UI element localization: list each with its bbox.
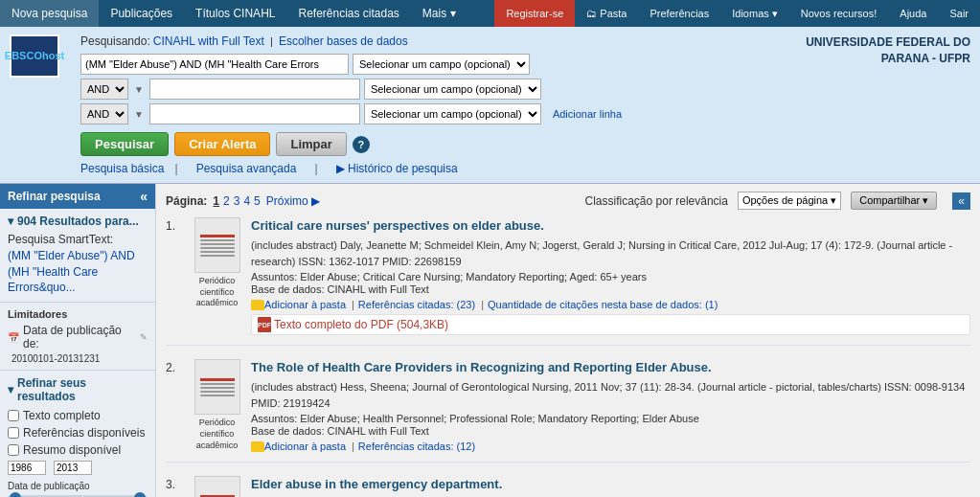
- result-number-2: 2.: [166, 359, 183, 452]
- page-link-5[interactable]: 5: [254, 194, 261, 208]
- sidebar-limitadores-section: Limitadores 📅 Data de publicação de: ✎ 2…: [0, 303, 155, 371]
- sidebar-collapse-btn[interactable]: «: [140, 189, 148, 204]
- db-name-link[interactable]: CINAHL with Full Text: [153, 34, 264, 48]
- texto-completo-checkbox[interactable]: [8, 410, 19, 421]
- refinar-title: ▾ Refinar seus resultados: [8, 376, 148, 403]
- nav-ajuda[interactable]: Ajuda: [888, 0, 938, 27]
- result-meta-2: (includes abstract) Hess, Sheena; Journa…: [251, 379, 970, 411]
- page-link-4[interactable]: 4: [243, 194, 250, 208]
- data-pub-item: 📅 Data de publicação de: ✎: [8, 324, 148, 350]
- results-section-title: ▾ 904 Resultados para...: [8, 215, 148, 228]
- nav-referencias-citadas[interactable]: Referências citadas: [286, 0, 410, 27]
- nav-idiomas[interactable]: Idiomas ▾: [720, 0, 789, 27]
- link-sep-1: |: [174, 162, 177, 175]
- results-header: Página: 1 2 3 4 5 Próximo ▶ Classificaçã…: [166, 192, 970, 210]
- escolher-bases-link[interactable]: Escolher bases de dados: [279, 34, 408, 48]
- share-button[interactable]: Compartilhar ▾: [851, 192, 937, 210]
- qty-link-1[interactable]: Quantidade de citações nesta base de dad…: [488, 299, 718, 310]
- field-select-1[interactable]: Selecionar um campo (opcional): [353, 54, 530, 75]
- next-link[interactable]: Próximo ▶: [266, 194, 320, 208]
- nav-publicacoes[interactable]: Publicações: [99, 0, 184, 27]
- pesquisa-basica-link[interactable]: Pesquisa básica: [80, 162, 164, 175]
- help-icon[interactable]: ?: [353, 136, 370, 153]
- nav-preferencias[interactable]: Preferências: [638, 0, 720, 27]
- result-subjects-2: Assuntos: Elder Abuse; Health Personnel;…: [251, 413, 970, 424]
- result-actions-2: Adicionar à pasta | Referências citadas:…: [251, 441, 970, 452]
- texto-completo-label: Texto completo: [23, 409, 101, 422]
- result-content-2: The Role of Health Care Providers in Rec…: [251, 359, 970, 452]
- referencias-link-2[interactable]: Referências citadas: (12): [358, 441, 475, 452]
- nav-nova-pesquisa[interactable]: Nova pesquisa: [0, 0, 99, 27]
- result-thumb-1: Periódico científico acadêmico: [191, 217, 243, 335]
- sidebar: Refinar pesquisa « ▾ 904 Resultados para…: [0, 184, 156, 497]
- add-pasta-link-2[interactable]: Adicionar à pasta: [264, 441, 346, 452]
- triangle-icon-2: ▾: [8, 383, 13, 396]
- referencias-link-1[interactable]: Referências citadas: (23): [358, 299, 475, 310]
- clear-button[interactable]: Limpar: [276, 132, 346, 156]
- result-number-1: 1.: [166, 217, 183, 335]
- ebsco-logo: EBSCOhost: [10, 34, 59, 78]
- pesquisando-label: Pesquisando: CINAHL with Full Text | Esc…: [80, 34, 408, 48]
- page-link-2[interactable]: 2: [223, 194, 230, 208]
- page-label: Página:: [166, 194, 207, 208]
- result-thumb-3: Periódico científico: [191, 476, 243, 497]
- search-area: EBSCOhost Pesquisando: CINAHL with Full …: [0, 27, 980, 184]
- resumo-checkbox[interactable]: [8, 444, 19, 456]
- resumo-label: Resumo disponível: [23, 443, 121, 457]
- result-title-1[interactable]: Critical care nurses' perspectives on el…: [251, 218, 544, 233]
- search-input-3[interactable]: [149, 103, 360, 124]
- nav-novos-recursos[interactable]: Novos recursos!: [789, 0, 888, 27]
- field-select-3[interactable]: Selecionar um campo (opcional): [364, 103, 541, 124]
- date-range: [8, 461, 148, 475]
- date-from-input[interactable]: [8, 461, 46, 475]
- add-linha-link[interactable]: Adicionar linha: [553, 108, 622, 120]
- sidebar-title: Refinar pesquisa: [8, 190, 101, 203]
- options-button[interactable]: Opções de página ▾: [738, 192, 841, 210]
- nav-titulos-cinahl[interactable]: Títulos CINAHL: [184, 0, 286, 27]
- collapse-right-btn[interactable]: «: [952, 192, 970, 210]
- sidebar-header: Refinar pesquisa «: [0, 184, 155, 209]
- result-subjects-1: Assuntos: Elder Abuse; Critical Care Nur…: [251, 271, 970, 282]
- and-select-3[interactable]: ANDORNOT: [80, 103, 128, 124]
- result-title-3[interactable]: Elder abuse in the emergency department.: [251, 477, 502, 491]
- sidebar-smarttext: Pesquisa SmartText: (MM "Elder Abuse") A…: [8, 232, 148, 296]
- search-row-2: ANDORNOT ▼ Selecionar um campo (opcional…: [80, 79, 796, 100]
- search-button[interactable]: Pesquisar: [80, 132, 169, 156]
- sidebar-results-section: ▾ 904 Resultados para... Pesquisa SmartT…: [0, 209, 155, 303]
- nav-registrar-se[interactable]: Registrar-se: [494, 0, 575, 27]
- nav-sair[interactable]: Sair: [938, 0, 980, 27]
- sort-label: Classificação por relevância: [585, 194, 728, 208]
- thumb-img-2: [194, 359, 240, 415]
- page-link-1[interactable]: 1: [213, 194, 219, 208]
- field-select-2[interactable]: Selecionar um campo (opcional): [364, 79, 541, 100]
- pdf-icon-1: PDF: [258, 317, 271, 332]
- data-pub-icon2[interactable]: ✎: [140, 332, 148, 342]
- historico-link[interactable]: ▶ Histórico de pesquisa: [336, 162, 458, 175]
- slider-handle-right[interactable]: [134, 492, 146, 497]
- and-select-2[interactable]: ANDORNOT: [80, 79, 128, 100]
- slider-handle-left[interactable]: [10, 492, 21, 497]
- date-pub-sub-label: Data de publicação: [8, 481, 148, 491]
- thumb-img-3: [194, 476, 240, 497]
- result-item-3: 3. Periódico científico Elder abuse in t…: [166, 476, 970, 497]
- pdf-link-1[interactable]: PDF Texto completo do PDF (504,3KB): [251, 314, 970, 335]
- result-title-2[interactable]: The Role of Health Care Providers in Rec…: [251, 360, 712, 374]
- search-input-main[interactable]: [80, 54, 349, 75]
- search-header: Pesquisando: CINAHL with Full Text | Esc…: [80, 34, 796, 48]
- nav-pasta[interactable]: 🗂 Pasta: [575, 0, 638, 27]
- results-sort: Classificação por relevância Opções de p…: [585, 192, 970, 210]
- date-to-input[interactable]: [54, 461, 92, 475]
- smarttext-query-link[interactable]: (MM "Elder Abuse") AND (MH "Health Care …: [8, 249, 135, 295]
- link-sep-2: |: [314, 162, 317, 175]
- nav-mais[interactable]: Mais ▾: [411, 0, 467, 27]
- create-alert-button[interactable]: Criar Alerta: [174, 132, 270, 156]
- add-pasta-link-1[interactable]: Adicionar à pasta: [264, 299, 346, 310]
- pdf-action-row-1: PDF Texto completo do PDF (504,3KB): [251, 314, 970, 335]
- data-pub-icon: 📅: [8, 332, 19, 343]
- referencias-checkbox[interactable]: [8, 427, 19, 439]
- page-link-3[interactable]: 3: [234, 194, 240, 208]
- pesquisa-avancada-link[interactable]: Pesquisa avançada: [196, 162, 297, 175]
- search-input-2[interactable]: [149, 79, 360, 100]
- referencias-label: Referências disponíveis: [23, 426, 145, 440]
- university-logo: UNIVERSIDADE FEDERAL DO PARANA - UFPR: [806, 34, 970, 67]
